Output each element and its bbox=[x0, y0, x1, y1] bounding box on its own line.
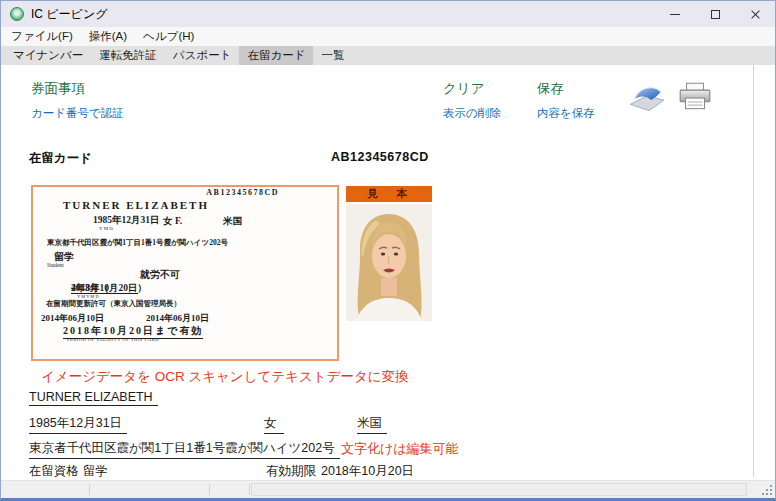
titlebar: IC ピーピング bbox=[1, 1, 775, 27]
card-image-sex: 女 F. bbox=[163, 215, 182, 228]
ocr-sex-field[interactable]: 女 bbox=[264, 415, 284, 434]
tab-mynumber[interactable]: マイナンバー bbox=[5, 46, 91, 65]
content-right-divider bbox=[753, 65, 754, 477]
save-group: 保存 内容を保存 bbox=[537, 80, 595, 121]
minimize-icon bbox=[670, 14, 680, 15]
ocr-expiry-label: 有効期限 bbox=[266, 463, 316, 480]
card-image-status-en: Student bbox=[47, 262, 64, 268]
resize-grip[interactable] bbox=[762, 485, 772, 495]
tab-list[interactable]: 一覧 bbox=[313, 46, 352, 65]
tab-passport[interactable]: パスポート bbox=[165, 46, 240, 65]
maximize-button[interactable] bbox=[695, 1, 735, 27]
save-content-link[interactable]: 内容を保存 bbox=[537, 106, 595, 121]
statusbar-separator bbox=[209, 484, 210, 495]
scanner-icon[interactable] bbox=[625, 82, 667, 118]
app-icon bbox=[10, 7, 24, 21]
app-window: IC ピーピング ファイル(F) 操作(A) ヘルプ(H) マイナンバー 運転免… bbox=[0, 0, 776, 501]
portrait-photo bbox=[346, 204, 432, 321]
card-image-validity-note: PERIOD OF VALIDITY OF THIS CARD bbox=[67, 337, 159, 342]
menu-file[interactable]: ファイル(F) bbox=[3, 29, 81, 44]
clear-group: クリア 表示の削除 bbox=[443, 80, 501, 121]
tabbar: マイナンバー 運転免許証 パスポート 在留カード 一覧 bbox=[1, 46, 775, 65]
mojibake-annotation: 文字化けは編集可能 bbox=[341, 440, 459, 458]
ocr-annotation: イメージデータを OCR スキャンしてテキストデータに変換 bbox=[41, 368, 409, 386]
printer-icon[interactable] bbox=[677, 81, 713, 117]
sample-badge: 見 本 bbox=[346, 186, 432, 202]
menu-operation[interactable]: 操作(A) bbox=[81, 29, 135, 44]
auth-by-card-number-link[interactable]: カード番号で認証 bbox=[31, 106, 124, 121]
ocr-nationality-field[interactable]: 米国 bbox=[357, 415, 387, 434]
tab-drivers-license[interactable]: 運転免許証 bbox=[91, 46, 165, 65]
clear-display-link[interactable]: 表示の削除 bbox=[443, 106, 501, 121]
kenmen-group: 券面事項 カード番号で認証 bbox=[31, 80, 124, 121]
statusbar-separator bbox=[89, 484, 90, 495]
card-image-number: AB12345678CD bbox=[206, 188, 279, 197]
card-image-nationality: 米国 bbox=[223, 215, 242, 228]
menubar: ファイル(F) 操作(A) ヘルプ(H) bbox=[1, 27, 775, 46]
save-title: 保存 bbox=[537, 80, 595, 98]
minimize-button[interactable] bbox=[655, 1, 695, 27]
statusbar bbox=[1, 480, 775, 498]
card-image-birth-markers: Y M D bbox=[99, 226, 113, 231]
ocr-status-label: 在留資格 bbox=[29, 463, 79, 480]
ocr-name-field[interactable]: TURNER ELIZABETH bbox=[29, 390, 158, 406]
maximize-icon bbox=[711, 10, 720, 19]
card-image-name: TURNER ELIZABETH bbox=[63, 199, 209, 211]
close-button[interactable] bbox=[735, 1, 775, 27]
card-image-work-permission: 就労不可 bbox=[140, 268, 180, 282]
kenmen-title: 券面事項 bbox=[31, 80, 124, 98]
ocr-birth-field[interactable]: 1985年12月31日 bbox=[29, 415, 127, 434]
close-icon bbox=[750, 9, 761, 20]
card-image-address: 東京都千代田区霞が関1丁目1番1号霞が関ハイツ202号 bbox=[47, 238, 228, 248]
card-number-heading: AB12345678CD bbox=[331, 150, 429, 164]
card-type-heading: 在留カード bbox=[29, 150, 92, 167]
ocr-address-field[interactable]: 東京者千代田区霞が関1丁目1番1号霞が関ハイツ202号 bbox=[29, 440, 340, 459]
tab-residence-card[interactable]: 在留カード bbox=[239, 46, 313, 65]
main-content: 券面事項 カード番号で認証 クリア 表示の削除 保存 内容を保存 bbox=[1, 65, 775, 477]
statusbar-panel bbox=[251, 483, 747, 496]
card-image-permit: 在留期間更新許可（東京入国管理局長） bbox=[46, 299, 181, 309]
window-controls bbox=[655, 1, 775, 27]
residence-card-image: AB12345678CD TURNER ELIZABETH 1985年12月31… bbox=[31, 185, 339, 361]
window-title: IC ピーピング bbox=[31, 6, 107, 23]
menu-help[interactable]: ヘルプ(H) bbox=[135, 29, 202, 44]
statusbar-separator bbox=[249, 484, 250, 495]
clear-title: クリア bbox=[443, 80, 501, 98]
